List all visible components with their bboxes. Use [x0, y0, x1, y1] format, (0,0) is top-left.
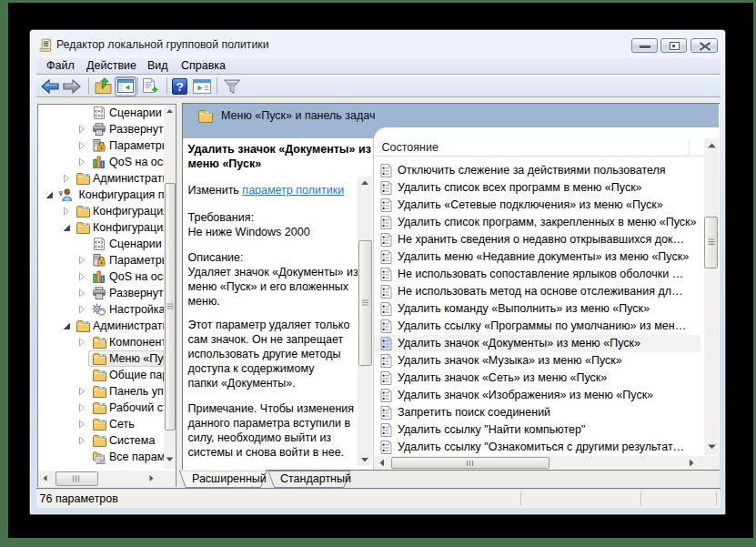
svg-text:?: ? [176, 80, 183, 94]
